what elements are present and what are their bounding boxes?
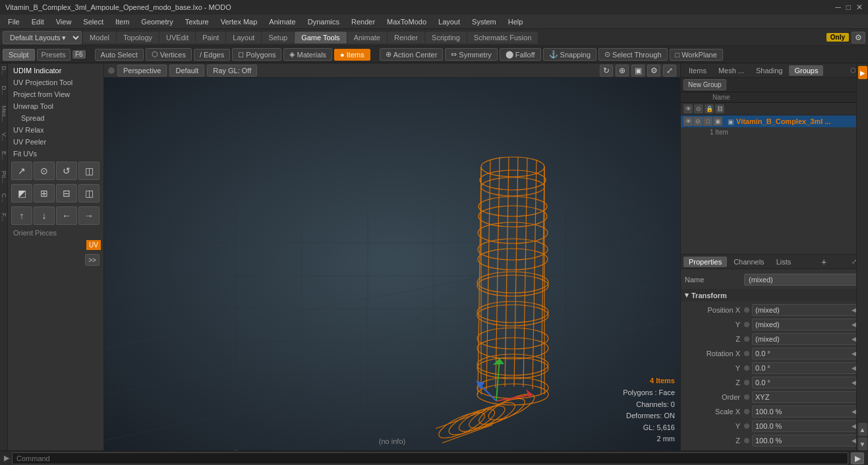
rotation-z-field[interactable]: 0.0 ° ◀▶ bbox=[752, 377, 864, 388]
unwrap-tool[interactable]: Unwrap Tool bbox=[9, 100, 102, 112]
scale-z-field[interactable]: 100.0 % ◀▶ bbox=[752, 435, 864, 447]
tab-render[interactable]: Render bbox=[388, 32, 424, 44]
default-button[interactable]: Default bbox=[169, 65, 204, 77]
new-group-button[interactable]: New Group bbox=[683, 79, 726, 90]
nav-strip-orange-btn[interactable]: ▶ bbox=[858, 66, 867, 79]
materials-button[interactable]: ◈ Materials bbox=[283, 48, 332, 61]
perspective-button[interactable]: Perspective bbox=[117, 65, 167, 77]
shading-tab[interactable]: Shading bbox=[751, 65, 788, 76]
presets-button[interactable]: Presets bbox=[37, 49, 71, 61]
menu-item-help[interactable]: Help bbox=[503, 16, 529, 27]
tab-schematic-fusion[interactable]: Schematic Fusion bbox=[467, 32, 538, 44]
item-lock-icon[interactable]: □ bbox=[703, 117, 712, 126]
menu-item-dynamics[interactable]: Dynamics bbox=[303, 16, 345, 27]
eye-icon-btn[interactable]: 👁 bbox=[683, 104, 693, 113]
workplane-button[interactable]: □ WorkPlane bbox=[670, 49, 723, 61]
viewport-render-icon[interactable]: ▣ bbox=[631, 65, 645, 77]
add-tab-button[interactable]: + bbox=[819, 257, 829, 267]
ray-gl-button[interactable]: Ray GL: Off bbox=[207, 65, 257, 77]
auto-select-button[interactable]: Auto Select bbox=[95, 49, 144, 61]
sculpt-button[interactable]: Sculpt bbox=[3, 49, 35, 61]
viewport-zoom-icon[interactable]: ⊕ bbox=[616, 65, 629, 77]
rotation-y-field[interactable]: 0.0 ° ◀▶ bbox=[752, 362, 864, 374]
uv-relax-tool[interactable]: UV Relax bbox=[9, 124, 102, 136]
nav-strip-scroll-down[interactable]: ▼ bbox=[858, 437, 867, 450]
nav-strip-scroll-up[interactable]: ▲ bbox=[858, 423, 867, 436]
edges-button[interactable]: / Edges bbox=[194, 49, 230, 61]
arrow-up-icon[interactable]: ↑ bbox=[11, 206, 32, 225]
polygons-button[interactable]: ◻ Polygons bbox=[232, 48, 281, 61]
tab-setup[interactable]: Setup bbox=[262, 32, 294, 44]
menu-item-item[interactable]: Item bbox=[110, 16, 134, 27]
tab-uvedit[interactable]: UVEdit bbox=[159, 32, 195, 44]
tab-animate[interactable]: Animate bbox=[347, 32, 387, 44]
item-group-icon[interactable]: ▣ bbox=[713, 117, 722, 126]
tab-paint[interactable]: Paint bbox=[196, 32, 225, 44]
tab-game-tools[interactable]: Game Tools bbox=[295, 32, 347, 44]
uv-peeler-tool[interactable]: UV Peeler bbox=[9, 136, 102, 148]
menu-item-vertex map[interactable]: Vertex Map bbox=[216, 16, 263, 27]
groups-tab[interactable]: Groups bbox=[789, 65, 823, 76]
viewport-expand-icon[interactable]: ⤢ bbox=[663, 65, 676, 77]
menu-item-layout[interactable]: Layout bbox=[433, 16, 465, 27]
items-button[interactable]: ● Items bbox=[334, 49, 370, 61]
properties-tab[interactable]: Properties bbox=[683, 257, 727, 267]
viewport[interactable]: Perspective Default Ray GL: Off ↻ ⊕ ▣ ⚙ … bbox=[104, 63, 680, 450]
spread-tool[interactable]: Spread bbox=[9, 112, 102, 124]
uv-indicator-badge[interactable]: UV bbox=[86, 240, 101, 250]
item-render-icon[interactable]: ⊙ bbox=[693, 117, 703, 126]
tool-icon-7[interactable]: ⊟ bbox=[56, 184, 77, 202]
menu-item-geometry[interactable]: Geometry bbox=[136, 16, 178, 27]
scale-x-field[interactable]: 100.0 % ◀▶ bbox=[752, 406, 864, 418]
menu-item-render[interactable]: Render bbox=[346, 16, 380, 27]
item-eye-icon[interactable]: 👁 bbox=[683, 117, 693, 126]
item-row[interactable]: 👁 ⊙ □ ▣ ▣ Vitamin_B_Complex_3ml ... bbox=[681, 115, 868, 127]
snapping-button[interactable]: ⚓ Snapping bbox=[543, 48, 597, 61]
arrow-left-icon[interactable]: ← bbox=[56, 206, 77, 225]
transform-section[interactable]: ▾ Transform bbox=[681, 289, 868, 301]
menu-item-select[interactable]: Select bbox=[78, 16, 109, 27]
position-x-field[interactable]: (mixed) ◀▶ bbox=[752, 304, 864, 316]
tool-icon-2[interactable]: ⊙ bbox=[34, 162, 55, 180]
uv-projection-tool[interactable]: UV Projection Tool bbox=[9, 77, 102, 88]
mesh-tab[interactable]: Mesh ... bbox=[713, 65, 749, 76]
action-center-button[interactable]: ⊕ Action Center bbox=[380, 48, 444, 61]
menu-item-animate[interactable]: Animate bbox=[264, 16, 301, 27]
order-field[interactable]: XYZ ▾ bbox=[752, 391, 864, 403]
menu-item-edit[interactable]: Edit bbox=[26, 16, 49, 27]
items-tab[interactable]: Items bbox=[683, 65, 712, 76]
settings-button[interactable]: ⚙ bbox=[852, 32, 865, 44]
arrow-right-icon[interactable]: → bbox=[78, 206, 100, 225]
command-run-button[interactable]: ▶ bbox=[851, 452, 864, 464]
symmetry-button[interactable]: ⇔ Symmetry bbox=[445, 48, 498, 61]
layouts-dropdown[interactable]: Default Layouts ▾ bbox=[3, 31, 82, 44]
arrow-down-icon[interactable]: ↓ bbox=[34, 206, 55, 225]
menu-item-view[interactable]: View bbox=[51, 16, 77, 27]
render-eye-icon-btn[interactable]: ⊙ bbox=[694, 104, 703, 113]
link-icon-btn[interactable]: ⛓ bbox=[715, 104, 724, 113]
tab-scripting[interactable]: Scripting bbox=[425, 32, 467, 44]
viewport-canvas[interactable]: X Y Z 4 Items Polygons : Face Channels: … bbox=[104, 78, 680, 450]
menu-item-file[interactable]: File bbox=[3, 16, 25, 27]
position-y-field[interactable]: (mixed) ◀▶ bbox=[752, 319, 864, 330]
tool-icon-4[interactable]: ◫ bbox=[78, 162, 100, 180]
panel-expand-icon[interactable]: ⬡ bbox=[850, 67, 856, 74]
fit-uvs-tool[interactable]: Fit UVs bbox=[9, 148, 102, 160]
scale-y-field[interactable]: 100.0 % ◀▶ bbox=[752, 420, 864, 432]
viewport-rotate-icon[interactable]: ↻ bbox=[600, 65, 613, 77]
window-controls[interactable]: ─ □ ✕ bbox=[835, 3, 863, 12]
viewport-settings-icon[interactable]: ⚙ bbox=[647, 65, 660, 77]
maximize-button[interactable]: □ bbox=[846, 3, 851, 12]
vertices-button[interactable]: ⬡ Vertices bbox=[146, 48, 192, 61]
tool-icon-5[interactable]: ◩ bbox=[11, 184, 32, 202]
expand-panel-button[interactable]: >> bbox=[85, 254, 100, 266]
menu-item-system[interactable]: System bbox=[467, 16, 502, 27]
tool-icon-8[interactable]: ◫ bbox=[78, 184, 100, 202]
tab-topology[interactable]: Topology bbox=[117, 32, 159, 44]
tab-model[interactable]: Model bbox=[83, 32, 116, 44]
menu-item-maxtomodo[interactable]: MaxToModo bbox=[382, 16, 432, 27]
tab-layout[interactable]: Layout bbox=[226, 32, 261, 44]
rotation-x-field[interactable]: 0.0 ° ◀▶ bbox=[752, 348, 864, 359]
command-input[interactable] bbox=[12, 452, 848, 464]
minimize-button[interactable]: ─ bbox=[835, 3, 841, 12]
